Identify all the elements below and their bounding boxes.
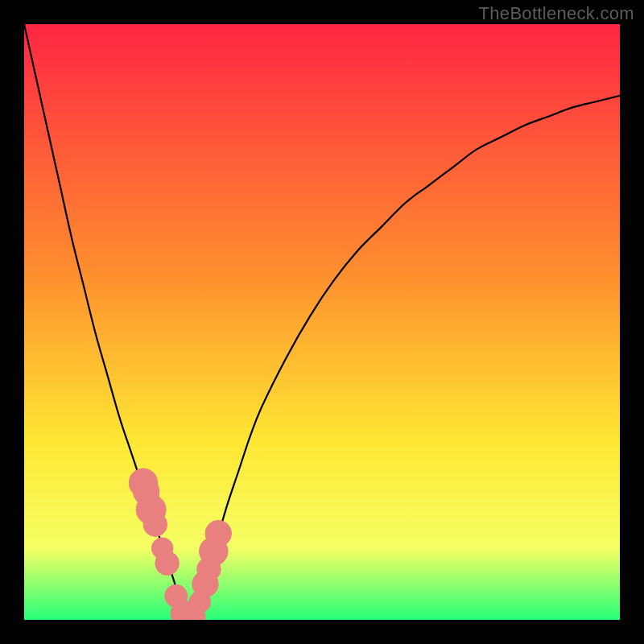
curve-marker bbox=[205, 520, 232, 547]
watermark-text: TheBottleneck.com bbox=[479, 3, 634, 24]
chart-frame: TheBottleneck.com bbox=[0, 0, 644, 644]
chart-background bbox=[24, 24, 620, 620]
curve-marker bbox=[155, 551, 180, 576]
chart-plot bbox=[24, 24, 620, 620]
curve-marker bbox=[143, 513, 167, 537]
